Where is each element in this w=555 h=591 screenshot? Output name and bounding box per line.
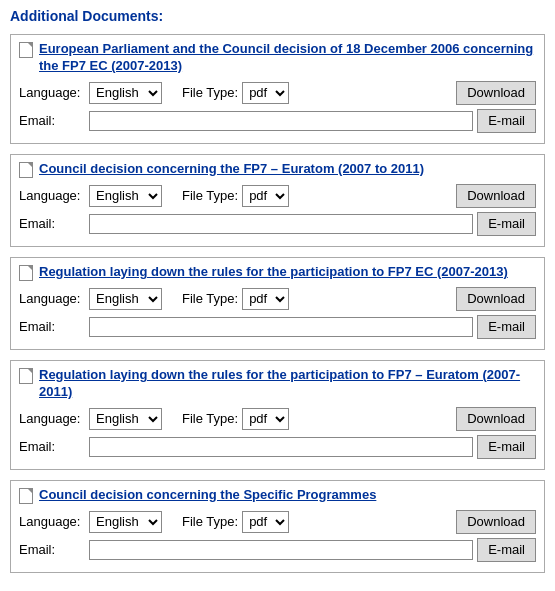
email-input-5[interactable] xyxy=(89,540,473,560)
doc-title-1[interactable]: European Parliament and the Council deci… xyxy=(39,41,536,75)
doc-icon-1 xyxy=(19,42,33,58)
page-container: Additional Documents: European Parliamen… xyxy=(0,0,555,591)
download-button-4[interactable]: Download xyxy=(456,407,536,431)
doc-title-3[interactable]: Regulation laying down the rules for the… xyxy=(39,264,508,281)
doc-block-4: Regulation laying down the rules for the… xyxy=(10,360,545,470)
doc-block-2: Council decision concerning the FP7 – Eu… xyxy=(10,154,545,247)
filetype-label-5: File Type: xyxy=(182,514,238,529)
email-label-2: Email: xyxy=(19,216,89,231)
doc-email-row-3: Email:E-mail xyxy=(19,315,536,339)
email-label-3: Email: xyxy=(19,319,89,334)
doc-title-row-2: Council decision concerning the FP7 – Eu… xyxy=(19,161,536,178)
doc-title-row-4: Regulation laying down the rules for the… xyxy=(19,367,536,401)
email-label-5: Email: xyxy=(19,542,89,557)
doc-block-3: Regulation laying down the rules for the… xyxy=(10,257,545,350)
section-title: Additional Documents: xyxy=(10,8,545,24)
doc-row-controls-5: Language:EnglishFrenchGermanFile Type:pd… xyxy=(19,510,536,534)
language-label-5: Language: xyxy=(19,514,89,529)
language-label-2: Language: xyxy=(19,188,89,203)
doc-row-controls-1: Language:EnglishFrenchGermanFile Type:pd… xyxy=(19,81,536,105)
language-select-3[interactable]: EnglishFrenchGerman xyxy=(89,288,162,310)
language-select-2[interactable]: EnglishFrenchGerman xyxy=(89,185,162,207)
filetype-label-2: File Type: xyxy=(182,188,238,203)
doc-icon-4 xyxy=(19,368,33,384)
doc-email-row-2: Email:E-mail xyxy=(19,212,536,236)
language-select-5[interactable]: EnglishFrenchGerman xyxy=(89,511,162,533)
email-button-3[interactable]: E-mail xyxy=(477,315,536,339)
language-label-1: Language: xyxy=(19,85,89,100)
doc-title-row-1: European Parliament and the Council deci… xyxy=(19,41,536,75)
download-button-3[interactable]: Download xyxy=(456,287,536,311)
doc-block-1: European Parliament and the Council deci… xyxy=(10,34,545,144)
filetype-select-5[interactable]: pdfdocrtf xyxy=(242,511,289,533)
doc-icon-2 xyxy=(19,162,33,178)
filetype-label-3: File Type: xyxy=(182,291,238,306)
filetype-select-2[interactable]: pdfdocrtf xyxy=(242,185,289,207)
language-label-3: Language: xyxy=(19,291,89,306)
doc-email-row-5: Email:E-mail xyxy=(19,538,536,562)
doc-icon-3 xyxy=(19,265,33,281)
language-select-4[interactable]: EnglishFrenchGerman xyxy=(89,408,162,430)
doc-row-controls-3: Language:EnglishFrenchGermanFile Type:pd… xyxy=(19,287,536,311)
filetype-label-4: File Type: xyxy=(182,411,238,426)
doc-row-controls-2: Language:EnglishFrenchGermanFile Type:pd… xyxy=(19,184,536,208)
doc-email-row-1: Email:E-mail xyxy=(19,109,536,133)
email-button-1[interactable]: E-mail xyxy=(477,109,536,133)
doc-title-5[interactable]: Council decision concerning the Specific… xyxy=(39,487,376,504)
language-label-4: Language: xyxy=(19,411,89,426)
email-input-3[interactable] xyxy=(89,317,473,337)
doc-block-5: Council decision concerning the Specific… xyxy=(10,480,545,573)
email-label-1: Email: xyxy=(19,113,89,128)
language-select-1[interactable]: EnglishFrenchGerman xyxy=(89,82,162,104)
download-button-5[interactable]: Download xyxy=(456,510,536,534)
download-button-1[interactable]: Download xyxy=(456,81,536,105)
filetype-select-4[interactable]: pdfdocrtf xyxy=(242,408,289,430)
doc-email-row-4: Email:E-mail xyxy=(19,435,536,459)
email-input-1[interactable] xyxy=(89,111,473,131)
filetype-select-3[interactable]: pdfdocrtf xyxy=(242,288,289,310)
doc-title-2[interactable]: Council decision concerning the FP7 – Eu… xyxy=(39,161,424,178)
email-input-4[interactable] xyxy=(89,437,473,457)
email-input-2[interactable] xyxy=(89,214,473,234)
doc-title-4[interactable]: Regulation laying down the rules for the… xyxy=(39,367,536,401)
doc-row-controls-4: Language:EnglishFrenchGermanFile Type:pd… xyxy=(19,407,536,431)
filetype-select-1[interactable]: pdfdocrtf xyxy=(242,82,289,104)
email-button-4[interactable]: E-mail xyxy=(477,435,536,459)
download-button-2[interactable]: Download xyxy=(456,184,536,208)
email-label-4: Email: xyxy=(19,439,89,454)
doc-title-row-3: Regulation laying down the rules for the… xyxy=(19,264,536,281)
email-button-2[interactable]: E-mail xyxy=(477,212,536,236)
documents-container: European Parliament and the Council deci… xyxy=(10,34,545,573)
filetype-label-1: File Type: xyxy=(182,85,238,100)
doc-title-row-5: Council decision concerning the Specific… xyxy=(19,487,536,504)
doc-icon-5 xyxy=(19,488,33,504)
email-button-5[interactable]: E-mail xyxy=(477,538,536,562)
